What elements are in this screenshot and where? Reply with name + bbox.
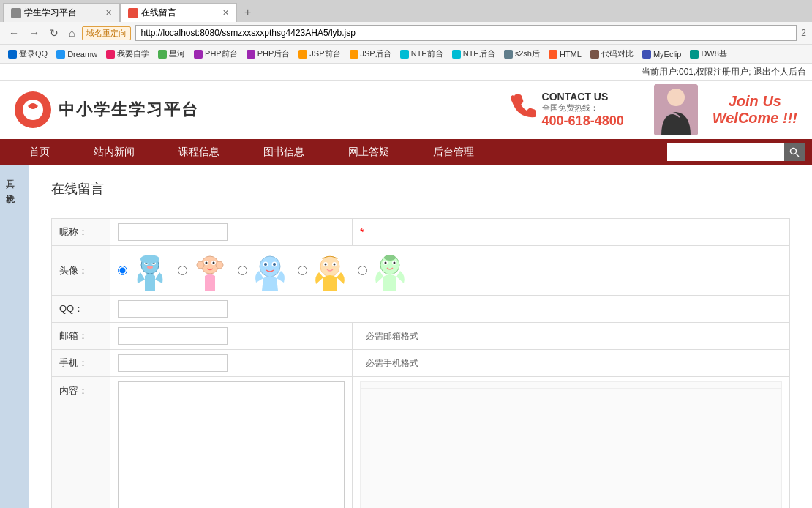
tab-1[interactable]: 学生学习平台 ✕ xyxy=(3,3,120,22)
back-button[interactable]: ← xyxy=(6,26,22,40)
svg-point-35 xyxy=(384,255,396,261)
content-textarea[interactable] xyxy=(118,381,345,508)
nickname-required-star: * xyxy=(360,226,364,238)
header-divider xyxy=(639,88,639,132)
header-contact: CONTACT US 全国免费热线： 400-618-4800 Join Us … xyxy=(507,84,797,135)
avatar-option-4[interactable] xyxy=(298,250,350,291)
nickname-input[interactable] xyxy=(118,223,228,241)
nav-search-button[interactable] xyxy=(784,143,805,161)
bookmark-html-label: HTML xyxy=(560,50,582,59)
email-row: 邮箱： 必需邮箱格式 xyxy=(52,323,790,350)
model-image xyxy=(654,84,698,135)
bookmark-php-front[interactable]: PHP前台 xyxy=(190,48,241,60)
bookmark-dw8-icon xyxy=(690,50,699,59)
avatar-option-2[interactable] xyxy=(178,250,230,291)
bookmark-php-back-label: PHP后台 xyxy=(257,48,290,59)
qq-input[interactable] xyxy=(118,300,228,318)
avatar-radio-2[interactable] xyxy=(178,266,187,275)
tab-2-close[interactable]: ✕ xyxy=(222,8,229,18)
avatar-options xyxy=(118,250,782,291)
home-button[interactable]: ⌂ xyxy=(66,26,78,40)
bookmark-php-back[interactable]: PHP后台 xyxy=(243,48,294,60)
bookmark-dreamw-icon xyxy=(56,50,65,59)
site-redirect-label[interactable]: 域名重定向 xyxy=(82,26,131,40)
bookmark-nte-front[interactable]: NTE前台 xyxy=(396,48,447,60)
contact-details: CONTACT US 全国免费热线： 400-618-4800 xyxy=(542,91,624,129)
svg-point-19 xyxy=(216,261,223,269)
contact-subtitle: 全国免费热线： xyxy=(542,102,624,113)
nav-bar: 首页 站内新闻 课程信息 图书信息 网上答疑 后台管理 xyxy=(0,139,812,165)
avatar-5-img xyxy=(370,250,410,291)
bookmark-nte-back[interactable]: NTE后台 xyxy=(448,48,499,60)
new-tab-button[interactable]: + xyxy=(240,6,255,19)
contact-title: CONTACT US xyxy=(542,91,624,102)
svg-point-33 xyxy=(385,262,387,264)
email-input[interactable] xyxy=(118,327,228,345)
svg-point-20 xyxy=(260,256,280,277)
tab-bar: 学生学习平台 ✕ 在线留言 ✕ + xyxy=(0,0,812,22)
nav-books[interactable]: 图书信息 xyxy=(241,139,326,165)
phone-input[interactable] xyxy=(118,354,228,372)
contact-info: CONTACT US 全国免费热线： 400-618-4800 xyxy=(507,91,624,129)
email-input-cell xyxy=(110,323,353,350)
bookmark-s2sh[interactable]: s2sh后 xyxy=(500,48,544,60)
svg-point-34 xyxy=(394,262,396,264)
user-info-bar: 当前用户:001,权限注册用户; 退出个人后台 xyxy=(0,64,812,81)
url-input[interactable] xyxy=(135,25,797,41)
nav-news[interactable]: 站内新闻 xyxy=(72,139,157,165)
user-info-text: 当前用户:001,权限注册用户; 退出个人后台 xyxy=(642,67,806,77)
bookmark-daima[interactable]: 代码对比 xyxy=(587,48,637,60)
join-us-title: Join Us xyxy=(713,93,797,110)
nav-home[interactable]: 首页 xyxy=(7,139,72,165)
bookmark-html[interactable]: HTML xyxy=(545,49,585,59)
qq-row: QQ： xyxy=(52,296,790,323)
bookmark-s2sh-icon xyxy=(504,50,513,59)
content-right-cell: * xyxy=(353,377,790,509)
avatar-radio-4[interactable] xyxy=(298,266,307,275)
avatar-option-5[interactable] xyxy=(358,250,410,291)
avatar-label: 头像： xyxy=(52,246,110,296)
refresh-button[interactable]: ↻ xyxy=(47,26,61,40)
avatar-option-3[interactable] xyxy=(238,250,290,291)
bookmark-jsp-front[interactable]: JSP前台 xyxy=(295,48,344,60)
site-wrapper: 当前用户:001,权限注册用户; 退出个人后台 中小学生学习平台 xyxy=(0,64,812,508)
avatar-option-1[interactable] xyxy=(118,250,170,291)
svg-point-12 xyxy=(140,255,159,264)
email-hint: 必需邮箱格式 xyxy=(366,331,418,341)
forward-button[interactable]: → xyxy=(26,26,42,40)
left-sidebar: 工具 洗衣机 xyxy=(0,165,29,508)
tab-2[interactable]: 在线留言 ✕ xyxy=(120,3,237,22)
nav-courses[interactable]: 课程信息 xyxy=(157,139,241,165)
tab-1-title: 学生学习平台 xyxy=(24,7,99,19)
svg-point-25 xyxy=(320,256,339,277)
bookmark-php-back-icon xyxy=(247,50,255,59)
bookmark-xinghe-icon xyxy=(158,50,167,59)
bookmark-qq[interactable]: 登录QQ xyxy=(4,48,51,60)
bookmark-myeclipse[interactable]: MyEclip xyxy=(639,49,685,59)
nav-admin[interactable]: 后台管理 xyxy=(411,139,496,165)
sidebar-washing-label: 洗衣机 xyxy=(0,180,20,195)
tab-1-close[interactable]: ✕ xyxy=(105,8,112,18)
bookmark-dreamw[interactable]: Dreamw xyxy=(53,49,101,59)
bookmark-qq-label: 登录QQ xyxy=(19,48,48,59)
phone-svg xyxy=(507,93,536,122)
bookmark-jsp-front-icon xyxy=(298,50,307,59)
qq-label: QQ： xyxy=(52,296,110,323)
avatar-radio-1[interactable] xyxy=(118,266,127,275)
bookmark-xinghe[interactable]: 星河 xyxy=(154,48,189,60)
content-label: 内容： xyxy=(52,377,110,509)
avatar-1-img xyxy=(130,250,170,291)
nav-qa[interactable]: 网上答疑 xyxy=(326,139,411,165)
svg-point-28 xyxy=(325,264,327,266)
avatar-radio-5[interactable] xyxy=(358,266,367,275)
nav-search-input[interactable] xyxy=(667,143,784,161)
bookmark-zixue[interactable]: 我要自学 xyxy=(102,48,153,60)
bookmark-dw8[interactable]: DW8基 xyxy=(686,48,730,60)
bookmark-php-front-icon xyxy=(194,50,203,59)
content-row: 内容： * xyxy=(52,377,790,509)
avatar-radio-3[interactable] xyxy=(238,266,247,275)
tab-2-icon xyxy=(128,8,138,18)
bookmark-daima-label: 代码对比 xyxy=(601,48,634,59)
bookmark-myeclipse-icon xyxy=(642,50,651,59)
bookmark-jsp-back[interactable]: JSP后台 xyxy=(346,48,395,60)
